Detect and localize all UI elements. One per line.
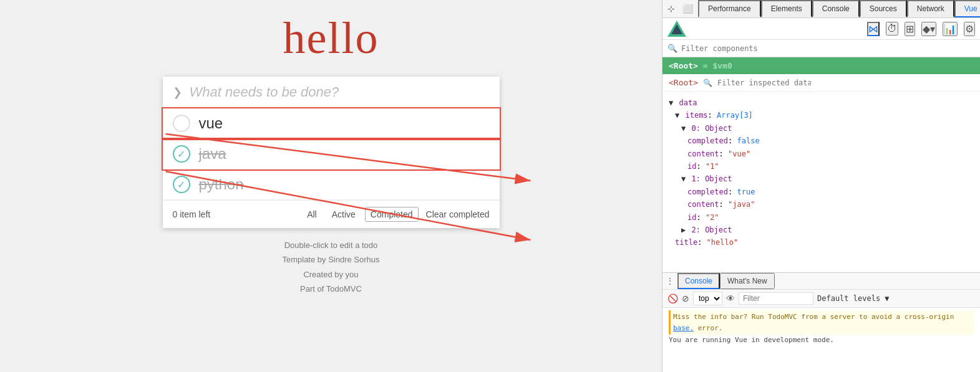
items-triangle[interactable]: ▼ [675, 111, 684, 120]
filter-all-button[interactable]: All [301, 207, 323, 222]
context-select[interactable]: top [693, 292, 722, 305]
console-tab-console[interactable]: Console [677, 273, 720, 289]
eye-icon[interactable]: 👁 [726, 293, 735, 303]
tree-item2-row: ▶ 2: Object [681, 224, 974, 236]
todo-text-python: python [199, 176, 244, 193]
item1-key: 1: Object [691, 174, 732, 183]
tree-item0-content-row: content: "vue" [687, 148, 974, 160]
performance-chart-icon[interactable]: 📊 [943, 22, 958, 36]
clear-console-icon[interactable]: 🚫 [667, 293, 678, 303]
console-message-1: Miss the info bar? Run TodoMVC from a se… [669, 310, 974, 335]
item2-triangle[interactable]: ▶ [681, 226, 690, 234]
devtools-controls: ⊹ ⬜ [662, 2, 698, 15]
checkmark-java: ✓ [177, 148, 185, 160]
component-row: <Root> 🔍 [662, 74, 980, 92]
cursor-icon[interactable]: ⊹ [665, 2, 677, 15]
item0-id-key: id [687, 162, 696, 171]
item1-id-key: id [687, 213, 696, 222]
devtools-tab-bar: ⊹ ⬜ Performance Elements Console Sources… [662, 0, 980, 18]
root-vm-label: = $vm0 [703, 61, 732, 70]
devtools-panel: ⊹ ⬜ Performance Elements Console Sources… [662, 0, 980, 372]
footer-note-1: Double-click to edit a todo [282, 238, 379, 252]
data-key: data [679, 98, 697, 107]
filter-completed-button[interactable]: Completed [365, 207, 419, 222]
base-link[interactable]: base. [673, 324, 694, 332]
device-icon[interactable]: ⬜ [680, 2, 696, 15]
vue-logo-icon [667, 21, 686, 37]
items-type: Array[3] [717, 111, 753, 120]
filter-components-row: 🔍 [662, 40, 980, 57]
tree-data-row: ▼ data [669, 97, 974, 109]
console-message-2: You are running Vue in development mode. [669, 335, 974, 346]
timeline-icon[interactable]: ⏱ [886, 22, 898, 36]
todo-checkbox-java[interactable]: ✓ [173, 145, 190, 163]
item1-content-key: content [687, 200, 719, 209]
chevron-down-icon: ❯ [173, 85, 182, 99]
tree-item0-id-row: id: "1" [687, 160, 974, 173]
title-key: title [675, 238, 697, 247]
console-toolbar: 🚫 ⊘ top 👁 Default levels ▼ [662, 290, 980, 308]
console-tabs: ⋮ Console What's New [662, 273, 980, 290]
console-tab-whatsnew[interactable]: What's New [720, 273, 775, 289]
vue-toolbar: ⋈ ⏱ ⊞ ◆▾ 📊 ⚙ [662, 18, 980, 40]
footer-note-3: Created by you [282, 267, 379, 282]
component-tree-icon[interactable]: ⋈ [867, 22, 880, 36]
root-label: <Root> [669, 61, 703, 70]
todo-input-placeholder[interactable]: What needs to be done? [190, 84, 339, 100]
todo-footer: 0 item left All Active Completed Clear c… [163, 200, 500, 228]
settings-icon[interactable]: ⚙ [964, 22, 975, 36]
item1-id-value: "2" [706, 213, 719, 222]
component-name: <Root> [669, 78, 698, 87]
item-count: 0 item left [173, 209, 294, 219]
filter-active-button[interactable]: Active [326, 207, 361, 222]
todo-container: ❯ What needs to be done? vue ✓ java ✓ py… [163, 77, 500, 228]
todo-item-java: ✓ java [163, 139, 500, 169]
pause-icon[interactable]: ⊘ [682, 293, 689, 303]
title-value: "hello" [707, 238, 739, 247]
console-filter-input[interactable] [739, 292, 813, 305]
filter-data-input[interactable] [717, 79, 811, 87]
item0-content-value: "vue" [728, 150, 750, 158]
tree-item1-content-row: content: "java" [687, 198, 974, 211]
item1-triangle[interactable]: ▼ [681, 174, 690, 183]
todo-checkbox-vue[interactable] [173, 115, 190, 132]
tree-item0-row: ▼ 0: Object [681, 122, 974, 135]
todo-item-vue: vue [163, 108, 500, 139]
clear-completed-button[interactable]: Clear completed [426, 209, 490, 219]
tree-items-row: ▼ items: Array[3] [675, 109, 974, 122]
todo-text-vue: vue [199, 115, 223, 132]
item1-content-value: "java" [728, 200, 755, 209]
tab-console[interactable]: Console [812, 0, 860, 17]
item2-key: 2: Object [691, 226, 732, 234]
item1-completed-value: true [737, 188, 755, 196]
tree-item0-completed-row: completed: false [687, 135, 974, 147]
data-tree: ▼ data ▼ items: Array[3] ▼ 0: Object com… [662, 92, 980, 272]
default-levels-label[interactable]: Default levels ▼ [817, 294, 890, 303]
item0-key: 0: Object [691, 124, 732, 133]
vuex-icon[interactable]: ⊞ [905, 22, 915, 36]
tab-elements[interactable]: Elements [761, 0, 812, 17]
footer-note-4: Part of TodoMVC [282, 282, 379, 296]
footer-note-2: Template by Sindre Sorhus [282, 252, 379, 267]
tab-sources[interactable]: Sources [860, 0, 907, 17]
console-menu-icon: ⋮ [666, 277, 674, 285]
footer-notes: Double-click to edit a todo Template by … [282, 238, 379, 297]
filter-components-input[interactable] [681, 44, 975, 53]
todo-text-java: java [199, 145, 226, 163]
tree-item1-id-row: id: "2" [687, 211, 974, 224]
tab-vue[interactable]: Vue [954, 0, 980, 17]
root-bar: <Root> = $vm0 [662, 57, 980, 74]
tab-network[interactable]: Network [907, 0, 954, 17]
routing-icon[interactable]: ◆▾ [921, 22, 936, 36]
tab-performance[interactable]: Performance [698, 0, 761, 17]
item0-completed-value: false [737, 136, 759, 145]
item0-triangle[interactable]: ▼ [681, 124, 690, 133]
data-triangle[interactable]: ▼ [669, 98, 677, 107]
items-key: items [685, 111, 707, 120]
tree-item1-row: ▼ 1: Object [681, 173, 974, 185]
item0-id-value: "1" [706, 162, 719, 171]
footer-filters: All Active Completed [301, 207, 418, 222]
todo-checkbox-python[interactable]: ✓ [173, 176, 190, 193]
checkmark-python: ✓ [177, 179, 185, 191]
tree-title-row: title: "hello" [675, 236, 974, 249]
